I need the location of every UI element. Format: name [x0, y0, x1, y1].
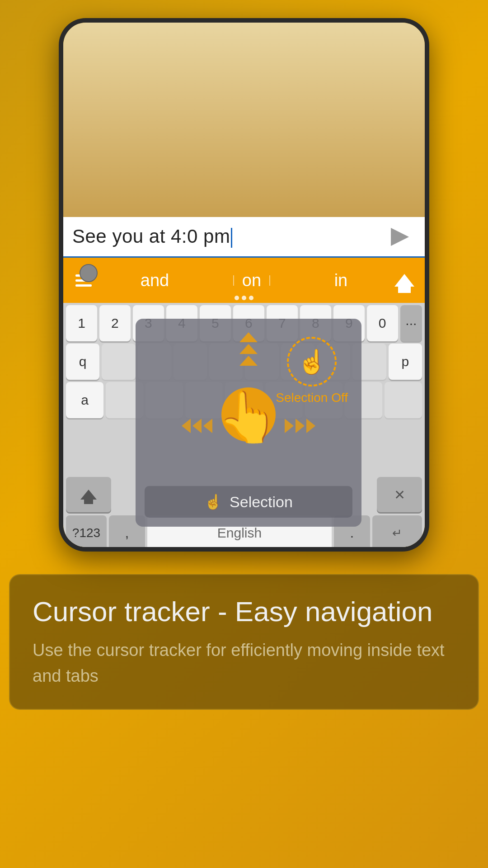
key-2[interactable]: 2 — [99, 305, 131, 341]
key-q[interactable]: q — [66, 344, 99, 380]
trackpad-overlay[interactable]: ☝ Selection Off — [136, 319, 361, 527]
hand-cursor: 👆 — [217, 387, 280, 464]
suggestion-and[interactable]: and — [131, 271, 178, 290]
key-0[interactable]: 0 — [367, 305, 398, 341]
dots-indicator — [235, 296, 253, 300]
globe-icon — [80, 264, 98, 282]
text-input-bar[interactable]: See you at 4:0 pm — [63, 217, 425, 258]
arrow-right-2 — [296, 419, 305, 433]
suggestion-in[interactable]: in — [325, 271, 357, 290]
send-icon — [391, 228, 409, 246]
dot-3 — [249, 296, 253, 300]
key-p[interactable]: p — [389, 344, 422, 380]
arrow-up-3 — [239, 356, 258, 366]
trackpad-up-arrows — [239, 332, 258, 366]
key-l[interactable] — [385, 382, 422, 418]
input-text: See you at 4:0 pm — [72, 226, 230, 247]
key-w[interactable] — [102, 344, 135, 380]
suggestion-on[interactable]: on — [233, 271, 270, 290]
suggestions-words: and on in — [104, 271, 384, 290]
backspace-key[interactable]: ✕ — [377, 477, 422, 512]
phone-screen: See you at 4:0 pm and on in — [63, 23, 425, 547]
arrow-left-3 — [203, 419, 212, 433]
arrow-left-2 — [192, 419, 202, 433]
phone-shell: See you at 4:0 pm and on in — [59, 18, 429, 552]
selection-small-icon: ☝ — [204, 493, 222, 510]
enter-key[interactable]: ↵ — [372, 515, 422, 547]
selection-bottom-bar[interactable]: ☝ Selection — [145, 486, 352, 518]
arrow-up-2 — [239, 344, 258, 354]
menu-button[interactable] — [63, 258, 104, 303]
text-cursor — [231, 228, 232, 248]
key-dots[interactable]: ··· — [400, 305, 422, 341]
hand-finger-icon: 👆 — [217, 392, 279, 442]
arrow-up-1 — [239, 332, 258, 342]
key-a[interactable]: a — [66, 382, 103, 418]
send-button[interactable] — [384, 221, 416, 253]
trackpad-right-arrows — [285, 419, 315, 433]
shift-key-icon — [80, 490, 97, 500]
arrow-right-1 — [285, 419, 294, 433]
screen-background — [63, 23, 425, 217]
suggestions-bar: and on in — [63, 258, 425, 303]
shift-key[interactable] — [66, 477, 111, 512]
dot-2 — [242, 296, 246, 300]
trackpad-left-arrows — [182, 419, 212, 433]
key-1[interactable]: 1 — [66, 305, 97, 341]
info-title: Cursor tracker - Easy navigation — [33, 595, 455, 628]
arrow-right-3 — [306, 419, 315, 433]
info-description: Use the cursor tracker for efficiently m… — [33, 637, 455, 689]
text-input-field[interactable]: See you at 4:0 pm — [72, 226, 384, 248]
dot-1 — [235, 296, 239, 300]
info-area: Cursor tracker - Easy navigation Use the… — [9, 574, 479, 710]
trackpad-middle: 👆 — [145, 366, 352, 486]
hamburger-line-3 — [75, 284, 92, 287]
keyboard-area: 1 2 3 4 5 6 7 8 9 0 ··· q — [63, 303, 425, 547]
shift-up-icon — [394, 274, 414, 287]
selection-label: Selection — [230, 493, 293, 511]
arrow-left-1 — [182, 419, 191, 433]
shift-up-button[interactable] — [384, 258, 425, 303]
num-switch-key[interactable]: ?123 — [66, 515, 107, 547]
